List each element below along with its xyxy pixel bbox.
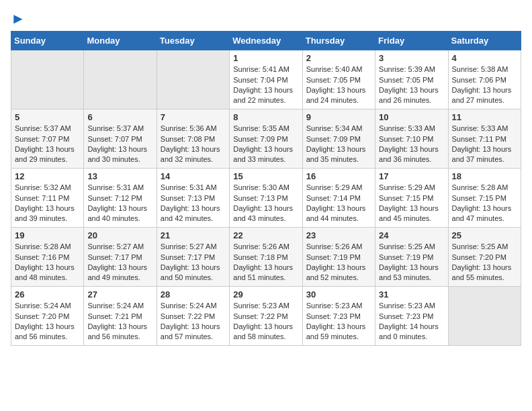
header-row: SundayMondayTuesdayWednesdayThursdayFrid…	[11, 32, 521, 50]
day-cell: 16Sunrise: 5:29 AMSunset: 7:14 PMDayligh…	[302, 169, 375, 228]
day-cell: 9Sunrise: 5:34 AMSunset: 7:09 PMDaylight…	[302, 109, 375, 169]
header-saturday: Saturday	[448, 32, 521, 50]
week-row-1: 1Sunrise: 5:41 AMSunset: 7:04 PMDaylight…	[11, 50, 521, 109]
day-cell: 29Sunrise: 5:23 AMSunset: 7:22 PMDayligh…	[230, 287, 302, 346]
day-info: Sunrise: 5:33 AMSunset: 7:10 PMDaylight:…	[379, 124, 444, 165]
day-info: Sunrise: 5:40 AMSunset: 7:05 PMDaylight:…	[306, 64, 371, 106]
week-row-2: 5Sunrise: 5:37 AMSunset: 7:07 PMDaylight…	[11, 109, 521, 169]
day-cell: 3Sunrise: 5:39 AMSunset: 7:05 PMDaylight…	[375, 50, 448, 109]
week-row-3: 12Sunrise: 5:32 AMSunset: 7:11 PMDayligh…	[11, 169, 521, 228]
day-info: Sunrise: 5:27 AMSunset: 7:17 PMDaylight:…	[87, 242, 152, 283]
day-number: 5	[15, 112, 80, 122]
day-number: 30	[306, 289, 371, 300]
day-info: Sunrise: 5:41 AMSunset: 7:04 PMDaylight:…	[233, 64, 298, 106]
day-number: 20	[87, 230, 152, 240]
day-number: 13	[87, 171, 152, 181]
day-number: 28	[161, 289, 226, 300]
day-cell: 13Sunrise: 5:31 AMSunset: 7:12 PMDayligh…	[84, 169, 157, 228]
day-cell: 28Sunrise: 5:24 AMSunset: 7:22 PMDayligh…	[157, 287, 229, 346]
day-info: Sunrise: 5:31 AMSunset: 7:13 PMDaylight:…	[161, 183, 226, 224]
page-header: ►	[11, 11, 521, 24]
day-cell: 11Sunrise: 5:33 AMSunset: 7:11 PMDayligh…	[448, 109, 521, 169]
day-cell: 8Sunrise: 5:35 AMSunset: 7:09 PMDaylight…	[230, 109, 302, 169]
day-number: 23	[306, 230, 371, 240]
day-number: 14	[161, 171, 226, 181]
header-monday: Monday	[84, 32, 157, 50]
day-cell: 17Sunrise: 5:29 AMSunset: 7:15 PMDayligh…	[375, 169, 448, 228]
logo-bird-arrow: ►	[11, 10, 26, 27]
day-number: 15	[233, 171, 298, 181]
day-info: Sunrise: 5:38 AMSunset: 7:06 PMDaylight:…	[452, 64, 517, 106]
header-friday: Friday	[375, 32, 448, 50]
day-info: Sunrise: 5:27 AMSunset: 7:17 PMDaylight:…	[161, 242, 226, 283]
day-number: 18	[452, 171, 517, 181]
day-number: 17	[379, 171, 444, 181]
day-cell: 1Sunrise: 5:41 AMSunset: 7:04 PMDaylight…	[230, 50, 302, 109]
day-cell: 20Sunrise: 5:27 AMSunset: 7:17 PMDayligh…	[84, 228, 157, 287]
day-info: Sunrise: 5:37 AMSunset: 7:07 PMDaylight:…	[87, 124, 152, 165]
day-info: Sunrise: 5:26 AMSunset: 7:19 PMDaylight:…	[306, 242, 371, 283]
day-number: 7	[161, 112, 226, 122]
day-info: Sunrise: 5:24 AMSunset: 7:22 PMDaylight:…	[161, 301, 226, 342]
day-cell: 12Sunrise: 5:32 AMSunset: 7:11 PMDayligh…	[11, 169, 84, 228]
day-cell: 4Sunrise: 5:38 AMSunset: 7:06 PMDaylight…	[448, 50, 521, 109]
day-cell: 31Sunrise: 5:23 AMSunset: 7:23 PMDayligh…	[375, 287, 448, 346]
day-cell: 21Sunrise: 5:27 AMSunset: 7:17 PMDayligh…	[157, 228, 229, 287]
day-cell: 23Sunrise: 5:26 AMSunset: 7:19 PMDayligh…	[302, 228, 375, 287]
day-number: 3	[379, 53, 444, 63]
day-cell	[11, 50, 84, 109]
day-info: Sunrise: 5:30 AMSunset: 7:13 PMDaylight:…	[233, 183, 298, 224]
day-number: 19	[15, 230, 80, 240]
day-number: 11	[452, 112, 517, 122]
day-number: 31	[379, 289, 444, 300]
day-info: Sunrise: 5:25 AMSunset: 7:20 PMDaylight:…	[452, 242, 517, 283]
day-info: Sunrise: 5:39 AMSunset: 7:05 PMDaylight:…	[379, 64, 444, 106]
day-cell: 15Sunrise: 5:30 AMSunset: 7:13 PMDayligh…	[230, 169, 302, 228]
day-info: Sunrise: 5:29 AMSunset: 7:15 PMDaylight:…	[379, 183, 444, 224]
day-info: Sunrise: 5:24 AMSunset: 7:20 PMDaylight:…	[15, 301, 80, 342]
day-info: Sunrise: 5:24 AMSunset: 7:21 PMDaylight:…	[87, 301, 152, 342]
day-number: 2	[306, 53, 371, 63]
day-number: 8	[233, 112, 298, 122]
day-info: Sunrise: 5:31 AMSunset: 7:12 PMDaylight:…	[87, 183, 152, 224]
day-cell: 24Sunrise: 5:25 AMSunset: 7:19 PMDayligh…	[375, 228, 448, 287]
day-cell: 26Sunrise: 5:24 AMSunset: 7:20 PMDayligh…	[11, 287, 84, 346]
day-info: Sunrise: 5:33 AMSunset: 7:11 PMDaylight:…	[452, 124, 517, 165]
day-cell: 14Sunrise: 5:31 AMSunset: 7:13 PMDayligh…	[157, 169, 229, 228]
day-cell: 27Sunrise: 5:24 AMSunset: 7:21 PMDayligh…	[84, 287, 157, 346]
header-sunday: Sunday	[11, 32, 84, 50]
day-cell	[84, 50, 157, 109]
day-number: 22	[233, 230, 298, 240]
day-info: Sunrise: 5:29 AMSunset: 7:14 PMDaylight:…	[306, 183, 371, 224]
day-number: 4	[452, 53, 517, 63]
day-number: 6	[87, 112, 152, 122]
day-number: 29	[233, 289, 298, 300]
day-cell	[157, 50, 229, 109]
day-cell: 7Sunrise: 5:36 AMSunset: 7:08 PMDaylight…	[157, 109, 229, 169]
day-info: Sunrise: 5:23 AMSunset: 7:22 PMDaylight:…	[233, 301, 298, 342]
day-info: Sunrise: 5:37 AMSunset: 7:07 PMDaylight:…	[15, 124, 80, 165]
day-info: Sunrise: 5:25 AMSunset: 7:19 PMDaylight:…	[379, 242, 444, 283]
day-cell: 19Sunrise: 5:28 AMSunset: 7:16 PMDayligh…	[11, 228, 84, 287]
header-thursday: Thursday	[302, 32, 375, 50]
day-info: Sunrise: 5:32 AMSunset: 7:11 PMDaylight:…	[15, 183, 80, 224]
week-row-4: 19Sunrise: 5:28 AMSunset: 7:16 PMDayligh…	[11, 228, 521, 287]
day-number: 16	[306, 171, 371, 181]
day-number: 10	[379, 112, 444, 122]
day-number: 25	[452, 230, 517, 240]
week-row-5: 26Sunrise: 5:24 AMSunset: 7:20 PMDayligh…	[11, 287, 521, 346]
day-cell: 25Sunrise: 5:25 AMSunset: 7:20 PMDayligh…	[448, 228, 521, 287]
day-cell: 22Sunrise: 5:26 AMSunset: 7:18 PMDayligh…	[230, 228, 302, 287]
day-number: 1	[233, 53, 298, 63]
header-wednesday: Wednesday	[230, 32, 302, 50]
day-number: 26	[15, 289, 80, 300]
calendar-table: SundayMondayTuesdayWednesdayThursdayFrid…	[11, 31, 521, 346]
day-info: Sunrise: 5:36 AMSunset: 7:08 PMDaylight:…	[161, 124, 226, 165]
day-number: 12	[15, 171, 80, 181]
day-info: Sunrise: 5:34 AMSunset: 7:09 PMDaylight:…	[306, 124, 371, 165]
day-number: 21	[161, 230, 226, 240]
day-cell: 10Sunrise: 5:33 AMSunset: 7:10 PMDayligh…	[375, 109, 448, 169]
day-cell: 5Sunrise: 5:37 AMSunset: 7:07 PMDaylight…	[11, 109, 84, 169]
day-number: 24	[379, 230, 444, 240]
day-number: 9	[306, 112, 371, 122]
